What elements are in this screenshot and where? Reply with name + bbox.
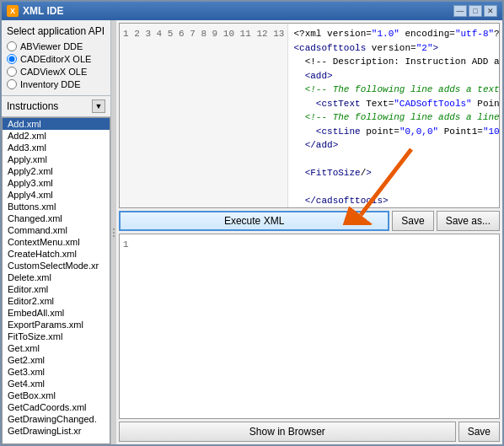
- file-list-item[interactable]: Apply2.xml: [3, 165, 110, 177]
- execute-button[interactable]: Execute XML: [119, 211, 389, 231]
- file-list-item[interactable]: Get3.xml: [3, 366, 110, 378]
- save-button[interactable]: Save: [392, 211, 433, 231]
- file-list-item[interactable]: Apply4.xml: [3, 189, 110, 201]
- file-list-item[interactable]: GetDrawingList.xr: [3, 425, 110, 437]
- file-list-item[interactable]: Command.xml: [3, 224, 110, 236]
- output-area[interactable]: 1: [119, 234, 500, 419]
- code-editor[interactable]: 1 2 3 4 5 6 7 8 9 10 11 12 13 <?xml vers…: [119, 23, 500, 208]
- bottom-toolbar: Show in Browser Save: [116, 419, 502, 444]
- instructions-header: Instructions ▼: [2, 96, 110, 117]
- radio-abviewer[interactable]: ABViewer DDE: [7, 41, 105, 51]
- radio-cadview[interactable]: CADViewX OLE: [7, 67, 105, 77]
- file-list-item[interactable]: Apply3.xml: [3, 177, 110, 189]
- file-list-item[interactable]: GetBox.xml: [3, 390, 110, 401]
- api-section-label: Select application API: [7, 25, 105, 37]
- radio-cadview-label: CADViewX OLE: [20, 67, 87, 77]
- radio-abviewer-label: ABViewer DDE: [20, 41, 83, 51]
- main-window: X XML IDE — □ ✕ Select application API A…: [0, 0, 504, 446]
- main-content: 1 2 3 4 5 6 7 8 9 10 11 12 13 <?xml vers…: [116, 20, 502, 444]
- radio-inventory-label: Inventory DDE: [20, 79, 81, 89]
- file-list-item[interactable]: ExportParams.xml: [3, 319, 110, 330]
- file-list-item[interactable]: Editor.xml: [3, 283, 110, 295]
- radio-cadeditor-label: CADEditorX OLE: [20, 54, 91, 64]
- code-content[interactable]: <?xml version="1.0" encoding="utf-8"?> <…: [288, 24, 499, 207]
- window-controls: — □ ✕: [453, 5, 497, 17]
- radio-inventory-input[interactable]: [7, 79, 17, 89]
- app-icon: X: [7, 5, 19, 17]
- instructions-label: Instructions: [7, 100, 90, 112]
- file-list-item[interactable]: Add.xml: [3, 118, 110, 130]
- instructions-dropdown[interactable]: ▼: [92, 99, 105, 113]
- output-line-numbers: 1: [120, 234, 499, 255]
- window-title: XML IDE: [23, 5, 63, 17]
- window-content: Select application API ABViewer DDE CADE…: [2, 20, 502, 444]
- bottom-save-button[interactable]: Save: [458, 422, 500, 442]
- file-list-item[interactable]: ContextMenu.xml: [3, 236, 110, 248]
- close-button[interactable]: ✕: [484, 5, 497, 17]
- radio-abviewer-input[interactable]: [7, 41, 17, 51]
- file-list-item[interactable]: Add2.xml: [3, 130, 110, 142]
- file-list-item[interactable]: Changed.xml: [3, 212, 110, 224]
- file-list-item[interactable]: Apply.xml: [3, 153, 110, 165]
- radio-cadview-input[interactable]: [7, 67, 17, 77]
- minimize-button[interactable]: —: [453, 5, 467, 17]
- file-list-item[interactable]: Buttons.xml: [3, 201, 110, 212]
- file-list-item[interactable]: Get2.xml: [3, 354, 110, 366]
- sidebar: Select application API ABViewer DDE CADE…: [2, 20, 111, 444]
- api-section: Select application API ABViewer DDE CADE…: [2, 20, 110, 96]
- file-list-item[interactable]: GetDrawingChanged.: [3, 413, 110, 425]
- radio-cadeditor[interactable]: CADEditorX OLE: [7, 54, 105, 64]
- file-list-item[interactable]: EmbedAll.xml: [3, 307, 110, 319]
- title-bar: X XML IDE — □ ✕: [2, 2, 502, 20]
- execute-toolbar: Execute XML Save Save as...: [116, 208, 502, 234]
- saveas-button[interactable]: Save as...: [437, 211, 500, 231]
- radio-inventory[interactable]: Inventory DDE: [7, 79, 105, 89]
- file-list-item[interactable]: CustomSelectMode.xr: [3, 260, 110, 271]
- file-list-item[interactable]: Get4.xml: [3, 378, 110, 390]
- line-numbers: 1 2 3 4 5 6 7 8 9 10 11 12 13: [120, 24, 288, 207]
- maximize-button[interactable]: □: [469, 5, 482, 17]
- radio-cadeditor-input[interactable]: [7, 54, 17, 64]
- file-list-item[interactable]: Editor2.xml: [3, 295, 110, 307]
- file-list-item[interactable]: CreateHatch.xml: [3, 248, 110, 260]
- file-list-item[interactable]: Get.xml: [3, 342, 110, 354]
- file-list-item[interactable]: Add3.xml: [3, 142, 110, 153]
- file-list-item[interactable]: GetCadCoords.xml: [3, 401, 110, 413]
- file-list-item[interactable]: FitToSize.xml: [3, 330, 110, 342]
- file-list-item[interactable]: Delete.xml: [3, 271, 110, 283]
- show-browser-button[interactable]: Show in Browser: [119, 422, 456, 442]
- file-list[interactable]: Add.xmlAdd2.xmlAdd3.xmlApply.xmlApply2.x…: [2, 117, 110, 444]
